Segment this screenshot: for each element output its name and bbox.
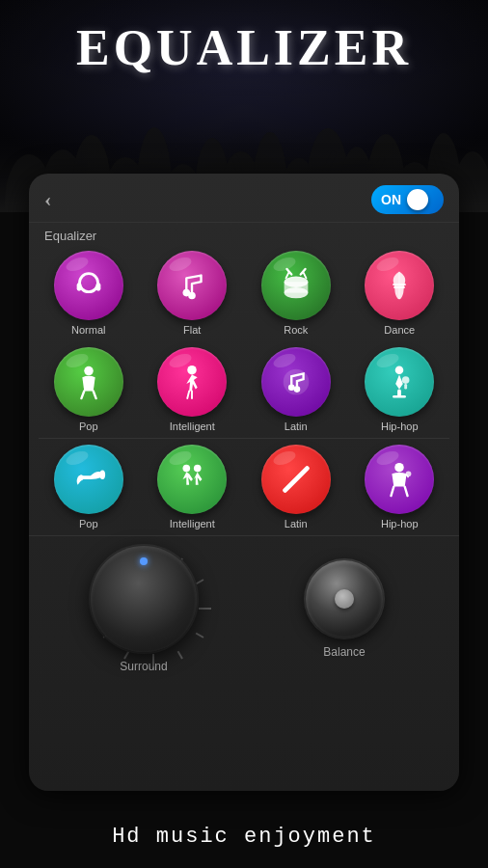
eq-btn-pop2[interactable] [54, 445, 123, 514]
singer-icon [381, 461, 418, 498]
svg-point-43 [293, 386, 300, 393]
toggle-label: ON [381, 192, 401, 207]
eq-item-latin[interactable]: Latin [246, 347, 346, 432]
eq-label-latin2: Latin [285, 518, 308, 529]
eq-label-latin: Latin [285, 420, 308, 432]
dancers-icon [174, 461, 210, 498]
svg-point-49 [99, 471, 105, 480]
svg-rect-26 [95, 283, 100, 291]
app-title: EQUALIZER [0, 19, 488, 76]
eq-btn-pop[interactable] [54, 347, 123, 417]
svg-line-35 [303, 273, 306, 279]
piano-icon [70, 364, 107, 400]
equalizer-section-label: Equalizer [29, 223, 459, 245]
eq-label-pop: Pop [79, 420, 98, 432]
surround-knob-container [91, 546, 197, 652]
eq-item-rock[interactable]: Rock [246, 251, 346, 336]
eq-label-hiphop: Hip-hop [381, 420, 419, 432]
eq-btn-flat[interactable] [157, 251, 227, 320]
eq-btn-intelligent[interactable] [157, 347, 227, 417]
eq-btn-normal[interactable] [54, 251, 123, 320]
drum-icon [278, 267, 314, 304]
eq-item-dance[interactable]: Dance [350, 251, 450, 336]
surround-label: Surround [120, 660, 167, 673]
eq-label-intelligent: Intelligent [170, 420, 215, 432]
eq-btn-intelligent2[interactable] [157, 445, 227, 514]
svg-line-52 [285, 469, 307, 491]
svg-line-57 [196, 580, 203, 584]
balance-label: Balance [323, 645, 365, 659]
eq-label-flat: Flat [183, 324, 201, 336]
svg-point-42 [288, 384, 295, 391]
svg-point-54 [406, 471, 412, 476]
eq-btn-hiphop2[interactable] [365, 445, 434, 514]
eq-label-pop2: Pop [79, 518, 98, 529]
eq-label-intelligent2: Intelligent [170, 518, 215, 529]
svg-rect-25 [76, 283, 81, 291]
balance-knob-container [306, 560, 383, 637]
eq-btn-latin[interactable] [261, 347, 331, 417]
eq-item-hiphop[interactable]: Hip-hop [350, 347, 450, 432]
violin-icon [381, 267, 418, 304]
svg-point-39 [84, 366, 94, 376]
eq-row-3: Pop Intelligent Latin [29, 439, 459, 535]
eq-item-intelligent[interactable]: Intelligent [143, 347, 243, 432]
svg-point-44 [395, 366, 404, 374]
eq-label-hiphop2: Hip-hop [381, 518, 419, 529]
eq-row-1: Normal Flat [29, 245, 459, 341]
svg-point-51 [194, 465, 202, 473]
eq-btn-rock[interactable] [261, 251, 331, 320]
svg-point-31 [284, 287, 308, 298]
eq-item-intelligent2[interactable]: Intelligent [143, 445, 243, 529]
eq-item-pop[interactable]: Pop [39, 347, 139, 432]
svg-line-34 [285, 273, 288, 279]
svg-line-60 [178, 651, 183, 659]
dancer-icon [174, 364, 210, 400]
eq-item-hiphop2[interactable]: Hip-hop [350, 445, 450, 529]
eq-row-2: Pop Intelligent L [29, 341, 459, 438]
eq-btn-dance[interactable] [365, 251, 434, 320]
eq-btn-latin2[interactable] [261, 445, 331, 514]
svg-line-59 [196, 634, 203, 638]
eq-item-flat[interactable]: Flat [143, 251, 243, 336]
bottom-controls: Surround Balance [29, 535, 459, 683]
mic-icon [381, 364, 418, 400]
svg-line-62 [124, 651, 129, 659]
headphone-icon [70, 267, 107, 304]
balance-section: Balance [249, 546, 440, 673]
svg-point-24 [79, 274, 97, 292]
horn-icon [70, 461, 107, 498]
power-toggle[interactable]: ON [371, 185, 444, 214]
eq-label-normal: Normal [71, 324, 105, 336]
svg-point-47 [402, 376, 410, 384]
eq-label-dance: Dance [384, 324, 415, 336]
panel-header: ‹ ON [29, 174, 459, 223]
eq-item-pop2[interactable]: Pop [39, 445, 139, 529]
surround-knob[interactable] [91, 546, 197, 652]
eq-btn-hiphop[interactable] [365, 347, 434, 417]
balance-knob[interactable] [306, 560, 383, 637]
svg-point-28 [188, 292, 196, 300]
surround-section: Surround [48, 546, 239, 673]
eq-label-rock: Rock [284, 324, 308, 336]
svg-point-40 [188, 366, 198, 375]
music-note-icon [174, 267, 210, 304]
eq-item-latin2[interactable]: Latin [246, 445, 346, 529]
svg-point-50 [183, 465, 191, 473]
eq-item-normal[interactable]: Normal [39, 251, 139, 336]
toggle-knob [407, 189, 428, 210]
tagline: Hd music enjoyment [0, 825, 488, 849]
svg-rect-48 [404, 384, 407, 390]
svg-point-53 [395, 463, 405, 473]
back-button[interactable]: ‹ [44, 187, 51, 212]
music-note2-icon [278, 364, 314, 400]
slash-icon [278, 461, 314, 498]
equalizer-panel: ‹ ON Equalizer Normal [29, 174, 459, 791]
